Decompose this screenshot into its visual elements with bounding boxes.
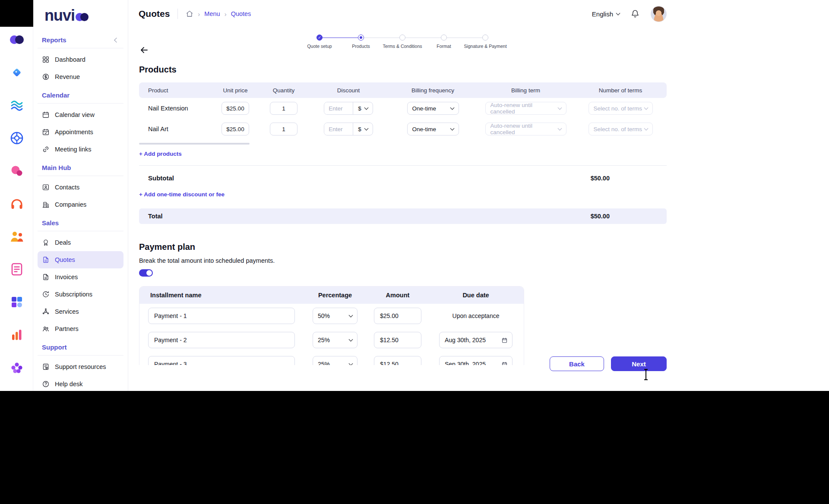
sidebar-item-invoices[interactable]: Invoices [38,268,123,286]
chevron-down-icon [644,126,648,131]
discount-unit-select[interactable]: $ [353,102,373,114]
step-dot[interactable] [441,35,447,41]
page-title: Quotes [139,9,170,19]
step-dot[interactable] [482,35,488,41]
sidebar-item-revenue[interactable]: Revenue [38,68,123,85]
doc-gear-icon [42,363,50,371]
dot-cluster-app-icon[interactable] [9,360,25,375]
breadcrumb-chevron-icon: › [198,11,200,17]
people-app-icon[interactable] [9,229,25,244]
clock-refresh-icon [42,290,50,298]
sidebar-item-appointments[interactable]: Appointments [38,123,123,141]
section-divider [139,165,667,166]
services-hub-icon [42,308,50,315]
app-rail [0,0,33,391]
notifications-bell-icon[interactable] [631,9,639,19]
waves-app-icon[interactable] [9,98,25,113]
headset-app-icon[interactable] [9,196,25,211]
total-label: Total [148,213,163,220]
chevron-down-icon [364,126,368,131]
breadcrumb-menu-link[interactable]: Menu [204,10,220,17]
discount-input[interactable] [324,123,353,135]
billing-frequency-select[interactable]: One-time [407,102,459,115]
sidebar-item-meeting-links[interactable]: Meeting links [38,141,123,158]
sidebar-item-subscriptions[interactable]: Subscriptions [38,286,123,303]
payment-table-header: Installment name Percentage Amount Due d… [139,287,524,304]
billing-frequency-select[interactable]: One-time [407,123,459,135]
squares-app-icon[interactable] [9,294,25,310]
receipt-app-icon[interactable] [9,261,25,277]
step-dot[interactable] [399,35,405,41]
footer-buttons: Back Next [550,356,667,371]
payment-plan-heading: Payment plan [139,242,667,252]
total-row: Total $50.00 [139,208,667,224]
installment-name-input[interactable] [148,332,295,348]
chevron-down-icon [349,337,353,342]
sidebar-item-contacts[interactable]: Contacts [38,179,123,196]
billing-term-select: Auto-renew until cancelled [485,102,566,115]
pink-blob-app-icon[interactable] [9,163,25,179]
amount-input[interactable] [374,308,421,324]
language-selector[interactable]: English [592,10,620,18]
partners-icon [42,325,50,333]
percentage-select[interactable]: 25% [313,332,358,348]
back-arrow-button[interactable] [139,45,149,55]
sidebar-item-support-resources[interactable]: Support resources [38,358,123,375]
sidebar-item-companies[interactable]: Companies [38,196,123,213]
due-date-input[interactable]: Aug 30th, 2025 [439,332,513,348]
step-format: Format [423,35,465,49]
rail-top-block [0,0,33,27]
link-icon [42,145,50,153]
payment-plan-toggle[interactable] [139,269,153,277]
discount-control: $ [324,102,373,115]
user-avatar[interactable] [651,6,667,22]
sidebar-item-partners[interactable]: Partners [38,320,123,337]
amount-input[interactable] [374,332,421,348]
sidebar-collapse-icon[interactable] [114,38,119,42]
product-name: Nail Extension [139,105,212,112]
nuvi-logo: nuvi [44,8,128,23]
home-icon[interactable] [186,10,193,18]
products-table-header: Product Unit price Quantity Discount Bil… [139,82,667,98]
breadcrumb-current[interactable]: Quotes [231,10,251,17]
step-terms-conditions: Terms & Conditions [382,35,423,49]
sidebar-section-sales: Sales Deals Quotes Invoices Subscription… [38,217,123,337]
installment-name-input[interactable] [148,308,295,324]
topbar-divider [177,9,178,19]
subtotal-row: Subtotal $50.00 [139,174,667,182]
number-of-terms-select: Select no. of terms [589,102,653,115]
percentage-select[interactable]: 50% [313,308,358,324]
discount-input[interactable] [324,102,353,114]
sidebar-item-quotes[interactable]: Quotes [38,251,123,268]
bar-chart-app-icon[interactable] [9,327,25,343]
nuvi-blob-app-icon[interactable] [9,32,25,47]
next-button[interactable]: Next [611,356,667,371]
sidebar: nuvi Reports Dashboard Revenue Calendar [33,0,128,391]
sidebar-section-support: Support Support resources Help desk [38,341,123,393]
add-discount-link[interactable]: + Add one-time discount or fee [139,191,225,198]
quantity-input[interactable] [270,123,297,135]
add-products-link[interactable]: + Add products [139,151,182,157]
back-button[interactable]: Back [550,356,604,371]
sidebar-item-deals[interactable]: Deals [38,234,123,251]
tag-app-icon[interactable] [9,65,25,80]
toggle-knob [146,270,152,276]
total-value: $50.00 [591,213,610,220]
step-dot-current[interactable] [358,35,364,41]
footer-bar [128,365,829,391]
sidebar-item-services[interactable]: Services [38,303,123,320]
grid-icon [42,56,50,63]
product-row: Nail Art $ One-time Auto-renew until can… [139,119,667,139]
discount-unit-select[interactable]: $ [353,123,373,135]
calendar-check-icon [42,128,50,136]
unit-price-input[interactable] [221,102,249,115]
sidebar-item-help-desk[interactable]: Help desk [38,375,123,393]
calendar-icon [501,337,508,343]
wheel-app-icon[interactable] [9,130,25,146]
quantity-input[interactable] [270,102,297,115]
calendar-icon [42,111,50,119]
step-dot-done[interactable]: ✓ [316,35,323,41]
unit-price-input[interactable] [221,123,249,135]
sidebar-item-dashboard[interactable]: Dashboard [38,51,123,68]
sidebar-item-calendar-view[interactable]: Calendar view [38,106,123,123]
